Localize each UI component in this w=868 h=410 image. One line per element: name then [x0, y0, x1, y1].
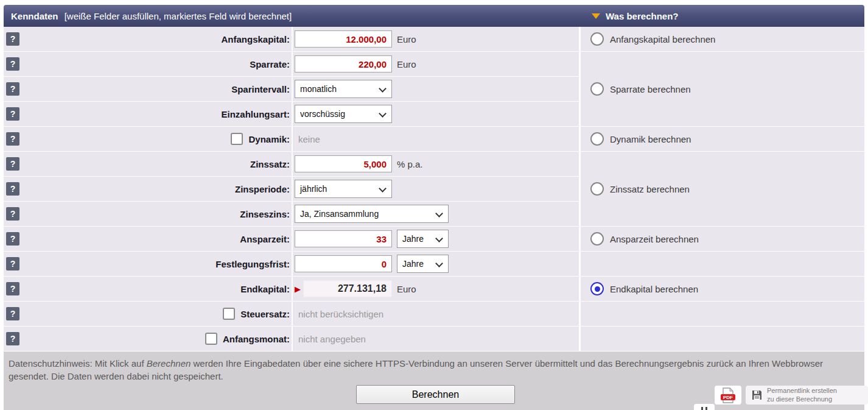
dynamik-static-value: keine — [298, 134, 320, 144]
zinsperiode-select[interactable]: jährlich — [295, 180, 392, 198]
sparintervall-select[interactable]: monatlich — [295, 80, 392, 98]
zinssatz-unit: % p.a. — [397, 159, 423, 169]
radio-sparrate[interactable] — [590, 82, 604, 96]
zinssatz-input[interactable] — [295, 155, 392, 172]
permalink-line1: Permanentlink erstellen — [767, 387, 837, 395]
field-area-sparintervall: monatlich — [295, 77, 579, 101]
label-wrap-anfangskapital: Anfangskapital: — [26, 27, 290, 51]
ansparzeit-unit-select-value: Jahre — [402, 234, 424, 244]
label-endkapital: Endkapital: — [240, 284, 290, 294]
savings-calculator: Kenndaten [weiße Felder ausfüllen, marki… — [0, 0, 868, 410]
label-wrap-steuersatz: Steuersatz: — [26, 302, 290, 326]
checkbox-dynamik[interactable] — [231, 133, 243, 145]
calculate-button[interactable]: Berechnen — [356, 385, 515, 404]
chevron-down-icon — [379, 110, 387, 118]
label-anfangsmonat: Anfangsmonat: — [223, 334, 290, 344]
what-to-calc-title: Was berechnen? — [606, 11, 678, 21]
chevron-down-icon — [435, 260, 443, 267]
label-wrap-einzahlungsart: Einzahlungsart: — [26, 102, 290, 126]
endkapital-unit: Euro — [397, 284, 416, 294]
label-dynamik: Dynamik: — [248, 134, 290, 144]
pdf-icon: PDF — [721, 387, 735, 403]
help-button-sparrate[interactable]: ? — [6, 57, 19, 71]
label-sparintervall: Sparintervall: — [231, 84, 290, 94]
radio-label-dynamik: Dynamik berechnen — [610, 134, 691, 144]
column-divider — [292, 27, 293, 352]
page-subtitle: [weiße Felder ausfüllen, markiertes Feld… — [65, 11, 292, 21]
radio-label-ansparzeit: Ansparzeit berechnen — [610, 234, 699, 244]
sparrate-input[interactable] — [295, 55, 392, 72]
zinsperiode-select-value: jährlich — [300, 184, 327, 194]
field-area-sparrate: Euro — [295, 52, 579, 76]
radio-label-sparrate: Sparrate berechnen — [610, 84, 691, 94]
field-area-zinseszins: Ja, Zinsansammlung — [295, 202, 579, 226]
field-area-ansparzeit: Jahre — [295, 227, 579, 251]
footer: Datenschutzhinweis: Mit Klick auf Berech… — [4, 352, 864, 410]
label-anfangskapital: Anfangskapital: — [221, 34, 290, 44]
help-button-zinsperiode[interactable]: ? — [6, 182, 19, 196]
help-button-dynamik[interactable]: ? — [6, 132, 19, 146]
steuersatz-static-value: nicht berücksichtigen — [298, 309, 383, 319]
help-button-zinseszins[interactable]: ? — [6, 207, 19, 221]
label-steuersatz: Steuersatz: — [240, 309, 290, 319]
radio-anfangskapital[interactable] — [590, 32, 604, 46]
chevron-down-icon — [435, 235, 443, 242]
svg-text:PDF: PDF — [723, 395, 733, 400]
result-marker-icon: ▶ — [295, 285, 301, 293]
radio-label-zinssatz: Zinssatz berechnen — [610, 184, 690, 194]
ansparzeit-unit-select[interactable]: Jahre — [397, 230, 449, 248]
label-wrap-endkapital: Endkapital: — [26, 277, 290, 301]
checkbox-anfangsmonat[interactable] — [205, 333, 217, 345]
header-right: Was berechnen? — [592, 11, 678, 21]
help-button-steuersatz[interactable]: ? — [6, 307, 19, 320]
radio-dynamik[interactable] — [590, 132, 604, 146]
field-area-einzahlungsart: vorschüssig — [295, 102, 579, 126]
field-area-anfangsmonat: nicht angegeben — [295, 327, 579, 351]
label-wrap-sparrate: Sparrate: — [26, 52, 290, 76]
chevron-down-icon — [379, 85, 387, 93]
einzahlungsart-select[interactable]: vorschüssig — [295, 105, 392, 123]
partially-visible-button[interactable] — [694, 404, 715, 410]
label-sparrate: Sparrate: — [250, 59, 290, 69]
save-disk-icon — [752, 390, 762, 400]
field-area-zinssatz: % p.a. — [295, 152, 579, 176]
permalink-button[interactable]: Permanentlink erstellen zu dieser Berech… — [746, 386, 868, 405]
radio-endkapital[interactable] — [590, 282, 604, 295]
zinseszins-select[interactable]: Ja, Zinsansammlung — [295, 205, 449, 223]
label-wrap-zinssatz: Zinssatz: — [26, 152, 290, 176]
festlegungsfrist-input[interactable] — [295, 255, 392, 272]
ansparzeit-input[interactable] — [295, 230, 392, 247]
privacy-notice: Datenschutzhinweis: Mit Klick auf Berech… — [4, 352, 864, 383]
label-wrap-festlegungsfrist: Festlegungsfrist: — [26, 252, 290, 276]
checkbox-steuersatz[interactable] — [223, 308, 235, 320]
sparrate-unit: Euro — [397, 59, 416, 69]
calc-cell-empty-7 — [581, 302, 864, 326]
header-left: Kenndaten [weiße Felder ausfüllen, marki… — [4, 11, 292, 21]
anfangskapital-input[interactable] — [295, 30, 392, 48]
label-wrap-ansparzeit: Ansparzeit: — [26, 227, 290, 251]
permalink-label: Permanentlink erstellen zu dieser Berech… — [767, 387, 837, 404]
pdf-export-button[interactable]: PDF — [715, 386, 741, 405]
label-wrap-sparintervall: Sparintervall: — [26, 77, 290, 101]
radio-ansparzeit[interactable] — [590, 232, 604, 246]
festlegungsfrist-unit-select[interactable]: Jahre — [397, 255, 449, 273]
label-zinseszins: Zinseszins: — [240, 209, 290, 219]
help-button-ansparzeit[interactable]: ? — [6, 232, 19, 246]
help-button-anfangskapital[interactable]: ? — [6, 32, 19, 46]
help-button-endkapital[interactable]: ? — [6, 282, 19, 295]
help-button-festlegungsfrist[interactable]: ? — [6, 257, 19, 270]
help-button-einzahlungsart[interactable]: ? — [6, 107, 19, 121]
help-button-anfangsmonat[interactable]: ? — [6, 332, 19, 345]
radio-zinssatz[interactable] — [590, 182, 604, 196]
help-button-sparintervall[interactable]: ? — [6, 82, 19, 96]
help-button-zinssatz[interactable]: ? — [6, 157, 19, 171]
calc-cell-anfangskapital: Anfangskapital berechnen — [581, 27, 864, 51]
chevron-down-icon — [435, 210, 443, 217]
label-zinsperiode: Zinsperiode: — [235, 184, 290, 194]
calc-cell-zinssatz: Zinssatz berechnen — [581, 152, 864, 226]
label-einzahlungsart: Einzahlungsart: — [221, 109, 290, 119]
calc-cell-ansparzeit: Ansparzeit berechnen — [581, 227, 864, 251]
field-area-festlegungsfrist: Jahre — [295, 252, 579, 276]
calc-cell-dynamik: Dynamik berechnen — [581, 127, 864, 151]
calc-cell-empty-8 — [581, 327, 864, 351]
